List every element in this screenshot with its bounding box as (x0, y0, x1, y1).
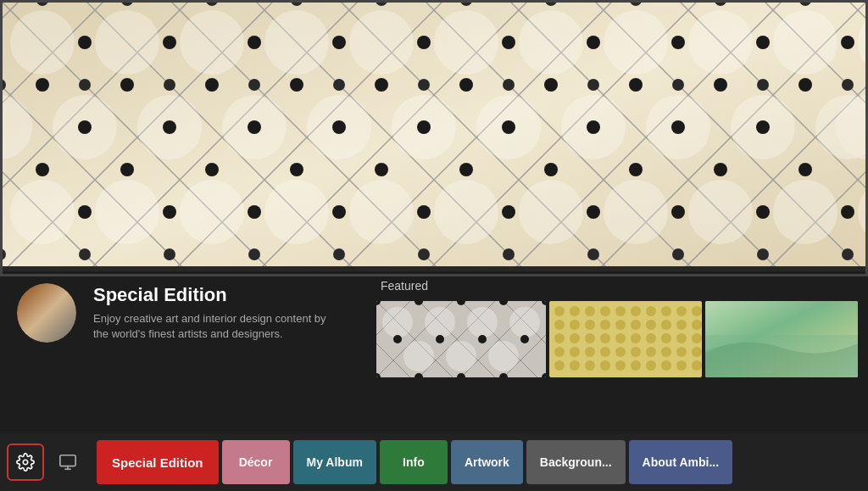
svg-point-213 (615, 320, 626, 330)
svg-point-248 (692, 360, 702, 371)
svg-point-122 (714, 78, 727, 92)
featured-thumb-2[interactable] (549, 301, 702, 377)
artwork-description: Enjoy creative art and interior design c… (93, 311, 331, 342)
tab-decor[interactable]: Décor (222, 440, 290, 484)
svg-point-89 (587, 79, 599, 91)
svg-point-209 (554, 320, 565, 330)
svg-point-226 (661, 333, 671, 343)
svg-point-154 (163, 205, 176, 219)
svg-point-145 (248, 36, 261, 49)
svg-point-139 (502, 120, 515, 134)
svg-point-105 (164, 248, 175, 260)
svg-point-203 (615, 306, 626, 316)
tab-my-album[interactable]: My Album (293, 440, 376, 484)
tab-special-edition[interactable]: Special Edition (97, 440, 219, 484)
svg-point-109 (503, 248, 515, 260)
svg-point-88 (503, 79, 515, 91)
svg-point-212 (600, 320, 610, 330)
svg-point-177 (382, 307, 413, 338)
tab-backgrounds[interactable]: Backgroun... (526, 440, 626, 484)
svg-point-204 (631, 306, 641, 316)
svg-point-83 (79, 79, 91, 91)
svg-point-118 (375, 78, 388, 92)
featured-section: Featured (376, 266, 868, 377)
svg-point-111 (672, 248, 684, 260)
svg-point-149 (587, 36, 600, 49)
svg-point-68 (773, 180, 837, 244)
svg-point-228 (692, 333, 702, 343)
svg-point-63 (349, 180, 414, 244)
svg-point-128 (375, 163, 388, 176)
svg-point-146 (332, 36, 346, 49)
svg-point-136 (248, 120, 261, 134)
svg-point-84 (164, 79, 175, 91)
svg-point-150 (671, 36, 685, 49)
svg-point-219 (554, 333, 565, 343)
svg-point-113 (842, 248, 854, 260)
svg-point-85 (248, 79, 260, 91)
svg-point-138 (417, 120, 431, 134)
settings-button[interactable] (7, 444, 44, 481)
svg-point-151 (756, 36, 770, 49)
svg-point-192 (520, 335, 529, 343)
svg-point-157 (417, 205, 431, 219)
svg-point-60 (95, 180, 159, 244)
svg-point-66 (604, 180, 668, 244)
svg-point-144 (163, 36, 176, 49)
svg-point-207 (676, 306, 687, 316)
svg-point-152 (841, 36, 854, 49)
svg-point-231 (585, 347, 595, 357)
svg-point-199 (554, 306, 565, 316)
svg-point-191 (478, 335, 487, 343)
svg-point-62 (264, 180, 329, 244)
svg-point-216 (661, 320, 671, 330)
svg-point-137 (332, 120, 346, 134)
svg-point-217 (676, 320, 687, 330)
svg-point-135 (163, 120, 176, 134)
svg-point-40 (180, 10, 244, 75)
svg-point-178 (425, 307, 455, 338)
featured-thumb-3[interactable] (705, 301, 858, 377)
svg-point-230 (570, 347, 580, 357)
svg-point-44 (519, 10, 583, 75)
svg-point-236 (661, 347, 671, 357)
monitor-button[interactable] (49, 444, 86, 481)
svg-point-211 (585, 320, 595, 330)
svg-point-124 (36, 163, 49, 176)
svg-point-125 (120, 163, 134, 176)
svg-point-223 (615, 333, 626, 343)
featured-thumb-1[interactable] (376, 301, 546, 377)
svg-point-252 (23, 460, 28, 465)
svg-point-227 (676, 333, 687, 343)
tab-artwork[interactable]: Artwork (451, 440, 523, 484)
svg-point-143 (78, 36, 92, 49)
svg-point-243 (615, 360, 626, 371)
main-artwork-area (0, 0, 868, 271)
svg-point-247 (676, 360, 687, 371)
svg-point-92 (842, 79, 854, 91)
svg-point-245 (646, 360, 656, 371)
svg-point-140 (587, 120, 600, 134)
svg-point-233 (615, 347, 626, 357)
tab-about-ambi[interactable]: About Ambi... (629, 440, 732, 484)
svg-point-114 (36, 78, 49, 92)
svg-point-182 (446, 341, 476, 371)
svg-point-240 (570, 360, 580, 371)
tab-info[interactable]: Info (380, 440, 448, 484)
svg-point-244 (631, 360, 641, 371)
svg-point-112 (757, 248, 769, 260)
svg-point-229 (554, 347, 565, 357)
svg-point-234 (631, 347, 641, 357)
svg-point-116 (205, 78, 219, 92)
svg-point-117 (290, 78, 303, 92)
svg-point-127 (290, 163, 303, 176)
svg-point-179 (467, 307, 498, 338)
svg-point-147 (417, 36, 431, 49)
svg-point-43 (434, 10, 498, 75)
svg-point-134 (78, 120, 92, 134)
svg-point-220 (570, 333, 580, 343)
svg-point-160 (671, 205, 685, 219)
svg-point-210 (570, 320, 580, 330)
svg-point-108 (418, 248, 430, 260)
svg-point-208 (692, 306, 702, 316)
